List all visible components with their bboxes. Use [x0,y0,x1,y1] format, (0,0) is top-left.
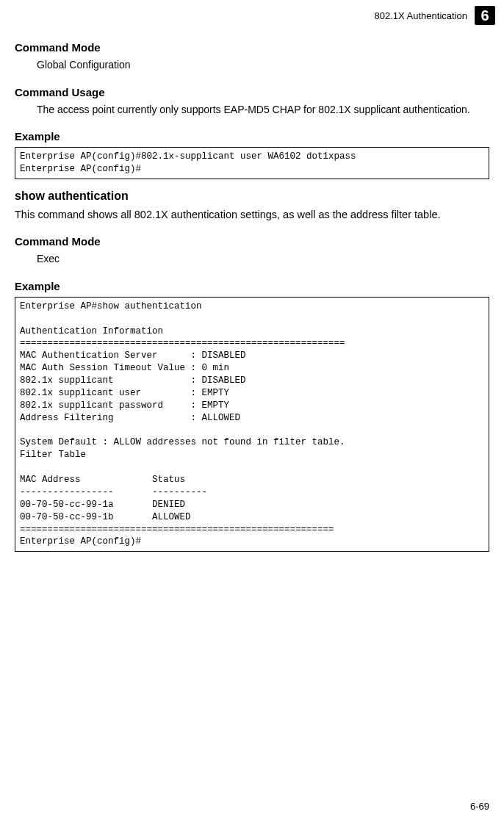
page-header: 802.1X Authentication 6 [0,0,504,28]
example-code-2: Enterprise AP#show authentication Authen… [15,297,489,552]
command-mode-body-2: Exec [37,252,489,267]
command-usage-body: The access point currently only supports… [37,103,489,118]
command-mode-heading-1: Command Mode [15,41,489,54]
show-authentication-title: show authentication [15,190,489,203]
header-title: 802.1X Authentication [375,10,468,21]
command-mode-body-1: Global Configuration [37,58,489,73]
command-mode-heading-2: Command Mode [15,235,489,248]
example-heading-1: Example [15,130,489,143]
page-content: Command Mode Global Configuration Comman… [0,41,504,552]
show-authentication-desc: This command shows all 802.1X authentica… [15,207,489,222]
command-usage-heading: Command Usage [15,86,489,98]
example-heading-2: Example [15,280,489,292]
example-code-1: Enterprise AP(config)#802.1x-supplicant … [15,147,489,179]
page-number: 6-69 [470,801,489,812]
chapter-number-box: 6 [475,6,495,25]
